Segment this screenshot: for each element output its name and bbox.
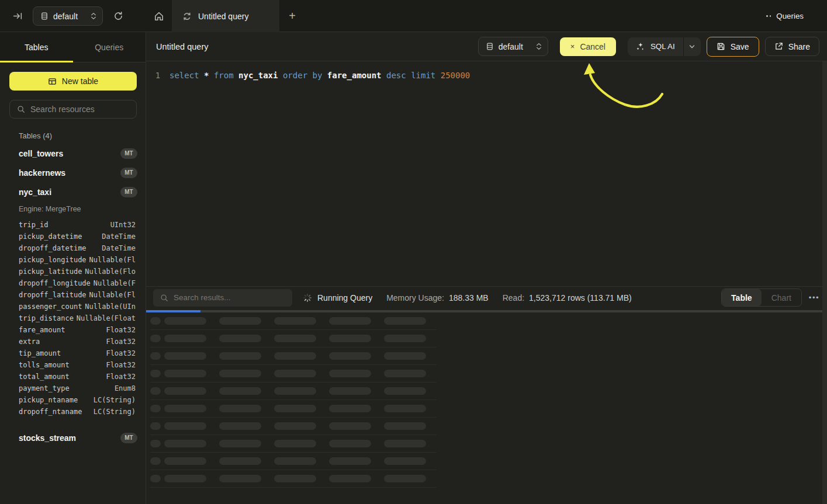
sql-token	[209, 71, 213, 80]
skeleton-cell	[384, 370, 426, 377]
chevron-updown-icon	[536, 42, 542, 51]
skeleton-cell	[219, 352, 261, 360]
skeleton-cell	[150, 405, 161, 412]
column-row: fare_amountFloat32	[0, 324, 146, 336]
skeleton-cell	[150, 387, 161, 395]
queries-dots-icon	[766, 15, 771, 17]
skeleton-row	[150, 312, 437, 330]
skeleton-cell	[274, 370, 316, 377]
skeleton-row	[150, 470, 437, 488]
skeleton-row	[150, 347, 437, 365]
skeleton-cell	[329, 422, 371, 430]
skeleton-cell	[164, 352, 206, 360]
column-type: DateTime	[102, 244, 136, 252]
sql-ai-button[interactable]: SQL AI	[628, 37, 683, 56]
skeleton-cell	[329, 335, 371, 342]
refresh-button[interactable]	[110, 8, 126, 25]
column-row: pickup_longitudeNullable(Fl	[0, 254, 146, 266]
tab-untitled-query[interactable]: Untitled query	[172, 0, 279, 32]
sql-token	[199, 71, 204, 80]
column-name: trip_id	[19, 221, 49, 229]
column-type: Float32	[106, 361, 136, 369]
home-button[interactable]	[146, 0, 172, 32]
new-table-label: New table	[62, 77, 98, 86]
cancel-label: Cancel	[580, 42, 605, 51]
column-name: dropoff_latitude	[19, 291, 86, 299]
column-name: dropoff_ntaname	[19, 408, 82, 416]
column-type: LC(String)	[94, 408, 136, 416]
column-row: tip_amountFloat32	[0, 347, 146, 359]
sql-token	[435, 71, 440, 80]
column-type: Float32	[106, 349, 136, 357]
column-row: extraFloat32	[0, 336, 146, 347]
skeleton-cell	[274, 335, 316, 342]
skeleton-cell	[274, 475, 316, 482]
share-label: Share	[788, 42, 810, 51]
skeleton-cell	[164, 387, 206, 395]
queries-link[interactable]: Queries	[766, 12, 804, 20]
sidebar-tab-tables[interactable]: Tables	[0, 32, 73, 62]
column-row: passenger_countNullable(UIn	[0, 301, 146, 312]
engine-label: Engine: MergeTree	[0, 201, 146, 218]
skeleton-cell	[150, 475, 161, 482]
memory-usage-label: Memory Usage:	[386, 293, 444, 303]
scrollbar[interactable]	[822, 61, 827, 504]
skeleton-cell	[219, 457, 261, 465]
search-resources-input[interactable]	[30, 105, 129, 114]
collapse-sidebar-button[interactable]	[9, 8, 26, 25]
column-name: pickup_longitude	[19, 256, 86, 264]
column-row: total_amountFloat32	[0, 371, 146, 383]
column-name: extra	[19, 338, 40, 346]
skeleton-row	[150, 400, 437, 418]
tab-spinner-icon	[182, 12, 192, 21]
database-selector-top[interactable]: default	[33, 6, 103, 26]
sql-token: desc	[386, 71, 406, 80]
sql-token: select	[169, 71, 199, 80]
skeleton-cell	[329, 475, 371, 482]
skeleton-cell	[329, 405, 371, 412]
table-item[interactable]: stocks_streamMT	[0, 428, 146, 447]
table-item[interactable]: cell_towersMT	[0, 144, 146, 163]
skeleton-cell	[384, 387, 426, 395]
skeleton-cell	[274, 440, 316, 447]
save-button[interactable]: Save	[707, 37, 759, 57]
engine-badge: MT	[120, 187, 137, 197]
query-header: Untitled query default × Cancel	[146, 32, 827, 61]
table-item[interactable]: nyc_taxiMT	[0, 182, 146, 201]
column-row: tolls_amountFloat32	[0, 359, 146, 371]
tab-label: Untitled query	[198, 12, 248, 21]
sql-ai-dropdown-button[interactable]	[683, 37, 701, 56]
skeleton-cell	[164, 405, 206, 412]
toggle-chart[interactable]: Chart	[762, 289, 801, 306]
toggle-table[interactable]: Table	[722, 289, 762, 306]
skeleton-cell	[164, 335, 206, 342]
database-selector[interactable]: default	[478, 37, 548, 56]
loading-spinner-icon	[303, 293, 312, 303]
skeleton-cell	[164, 317, 206, 325]
database-icon	[486, 42, 494, 51]
sql-code: select * from nyc_taxi order by fare_amo…	[169, 69, 470, 82]
column-type: Nullable(Fl	[89, 291, 136, 299]
share-button[interactable]: Share	[765, 37, 819, 56]
new-tab-button[interactable]: +	[279, 0, 305, 32]
search-results-input[interactable]	[174, 293, 285, 302]
new-table-button[interactable]: New table	[9, 72, 137, 91]
more-options-button[interactable]: •••	[809, 293, 819, 302]
skeleton-cell	[219, 335, 261, 342]
skeleton-cell	[150, 335, 161, 342]
sql-editor[interactable]: 1 select * from nyc_taxi order by fare_a…	[146, 61, 822, 286]
sql-token: nyc_taxi	[238, 71, 278, 80]
cancel-button[interactable]: × Cancel	[560, 37, 616, 56]
table-item[interactable]: hackernewsMT	[0, 163, 146, 182]
column-type: Nullable(Fl	[89, 256, 136, 264]
column-type: Nullable(F	[94, 279, 136, 287]
sidebar-tab-queries[interactable]: Queries	[73, 32, 146, 62]
column-name: pickup_datetime	[19, 232, 82, 241]
database-selector-value: default	[499, 42, 531, 51]
skeleton-row	[150, 365, 437, 383]
save-label: Save	[731, 42, 749, 51]
skeleton-cell	[384, 422, 426, 430]
column-name: tip_amount	[19, 349, 61, 357]
column-row: dropoff_latitudeNullable(Fl	[0, 289, 146, 301]
column-name: trip_distance	[19, 314, 74, 322]
